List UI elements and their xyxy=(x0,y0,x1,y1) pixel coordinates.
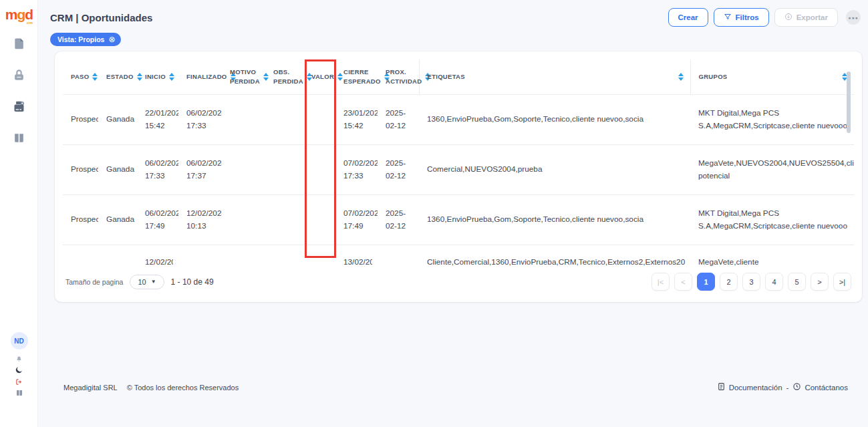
filtros-button-label: Filtros xyxy=(736,13,759,21)
column-label: CIERRE ESPERADO xyxy=(343,67,381,87)
cell-obs-perdida xyxy=(265,144,303,194)
cell-grupos: MegaVete,cliente xyxy=(690,245,854,266)
table-row[interactable]: 12/02/2024,13/02/2024,Cliente,Comercial,… xyxy=(63,245,854,266)
sort-arrows-icon[interactable] xyxy=(337,73,343,81)
docs-button[interactable] xyxy=(14,389,25,398)
last-page-button[interactable]: >| xyxy=(833,273,851,291)
notifications-button[interactable] xyxy=(14,355,25,364)
footer: Megadigital SRL © Todos los derechos Res… xyxy=(38,382,868,392)
lock-icon xyxy=(13,69,25,84)
cell-estado: Ganada xyxy=(98,94,137,144)
cell-inicio: 06/02/2024, 17:49 xyxy=(137,194,178,245)
cell-estado: Ganada xyxy=(98,194,137,245)
cell-paso: Prospecto xyxy=(63,194,98,245)
cell-obs-perdida xyxy=(265,245,303,266)
table-row[interactable]: ProspectoGanada06/02/2024, 17:3306/02/20… xyxy=(63,144,854,194)
column-header-obs-perdida[interactable]: OBS. PERDIDA xyxy=(265,59,303,94)
first-page-button[interactable]: |< xyxy=(652,273,670,291)
cell-prox-actividad: 2025-02-12 xyxy=(378,94,419,144)
sort-arrows-icon[interactable] xyxy=(678,73,684,81)
next-page-button[interactable]: > xyxy=(811,273,829,291)
exportar-button[interactable]: Exportar xyxy=(774,8,838,27)
page-button-1[interactable]: 1 xyxy=(697,273,715,291)
page-button-4[interactable]: 4 xyxy=(765,273,783,291)
user-avatar[interactable]: ND xyxy=(11,332,28,349)
row-range-label: 1 - 10 de 49 xyxy=(171,277,214,287)
page-button-5[interactable]: 5 xyxy=(788,273,806,291)
cell-etiquetas: Cliente,Comercial,1360,EnvioPrueba,CRM,T… xyxy=(419,245,690,266)
table-row[interactable]: ProspectoGanada22/01/2024, 15:4206/02/20… xyxy=(63,94,854,144)
page-size-label: Tamaño de pagina xyxy=(65,278,123,286)
filter-chip-label: Vista: Propios xyxy=(57,35,104,43)
bell-icon xyxy=(15,353,23,366)
table-header-row: PASOESTADOINICIOFINALIZADOMOTIVO PERDIDA… xyxy=(63,59,854,94)
sidebar-item-pos[interactable] xyxy=(12,100,27,115)
table-row[interactable]: ProspectoGanada06/02/2024, 17:4912/02/20… xyxy=(63,194,854,245)
column-header-grupos[interactable]: GRUPOS xyxy=(690,59,854,94)
documentation-link-label: Documentación xyxy=(729,384,782,392)
pager: |<<12345>>| xyxy=(652,273,851,291)
cell-valor xyxy=(303,245,335,266)
cell-valor xyxy=(303,94,335,144)
sort-arrows-icon[interactable] xyxy=(137,73,142,81)
column-header-etiquetas[interactable]: ETIQUETAS xyxy=(419,59,690,94)
crear-button-label: Crear xyxy=(678,13,698,21)
cell-grupos: MegaVete,NUEVOS2004,NUEVOS25504,cliente,… xyxy=(690,144,854,194)
column-label: ETIQUETAS xyxy=(428,72,465,82)
more-options-button[interactable]: ●●● xyxy=(846,10,861,25)
cell-motivo-perdida xyxy=(222,144,265,194)
sidebar-item-library[interactable] xyxy=(12,132,27,146)
book-icon xyxy=(15,388,23,400)
crear-button[interactable]: Crear xyxy=(668,8,708,27)
vertical-scrollbar[interactable] xyxy=(847,72,851,133)
contact-link[interactable]: Contáctanos xyxy=(792,382,848,392)
column-label: PROX. ACTIVIDAD xyxy=(386,67,422,87)
page-title: CRM | Oportunidades xyxy=(50,12,152,23)
cell-etiquetas: Comercial,NUEVOS2004,prueba xyxy=(419,144,690,194)
column-header-inicio[interactable]: INICIO xyxy=(137,59,178,94)
chip-close-icon[interactable]: ⊗ xyxy=(108,35,115,43)
column-header-motivo-perdida[interactable]: MOTIVO PERDIDA xyxy=(222,59,265,94)
previous-page-button[interactable]: < xyxy=(674,273,692,291)
pagination-bar: Tamaño de pagina 10 ▼ 1 - 10 de 49 |<<12… xyxy=(63,273,854,291)
page-button-3[interactable]: 3 xyxy=(742,273,760,291)
sort-arrows-icon[interactable] xyxy=(92,73,98,81)
cell-etiquetas: 1360,EnvioPrueba,Gom,Soporte,Tecnico,cli… xyxy=(419,194,690,245)
sort-arrows-icon[interactable] xyxy=(263,73,269,81)
footer-separator: - xyxy=(786,384,789,392)
column-header-finalizado[interactable]: FINALIZADO xyxy=(178,59,222,94)
cell-etiquetas: 1360,EnvioPrueba,Gom,Soporte,Tecnico,cli… xyxy=(419,94,690,144)
pos-terminal-icon xyxy=(12,100,26,116)
sort-arrows-icon[interactable] xyxy=(169,73,174,81)
cell-motivo-perdida xyxy=(222,94,265,144)
page-size-value: 10 xyxy=(138,278,146,286)
column-header-paso[interactable]: PASO xyxy=(63,59,98,94)
exportar-button-label: Exportar xyxy=(797,13,828,21)
cell-estado xyxy=(98,245,137,266)
clock-icon xyxy=(792,382,801,392)
sidebar-item-documents[interactable] xyxy=(12,37,27,52)
column-label: OBS. PERDIDA xyxy=(273,67,303,87)
footer-rights: © Todos los derechos Reservados xyxy=(127,384,239,392)
opportunities-table: PASOESTADOINICIOFINALIZADOMOTIVO PERDIDA… xyxy=(63,59,854,266)
sidebar-item-security[interactable] xyxy=(12,69,27,84)
moon-icon xyxy=(15,365,23,377)
documentation-link[interactable]: Documentación xyxy=(717,382,782,392)
column-label: MOTIVO PERDIDA xyxy=(230,67,260,87)
cell-motivo-perdida xyxy=(222,194,265,245)
logout-button[interactable] xyxy=(14,378,25,386)
page-button-2[interactable]: 2 xyxy=(720,273,738,291)
app-logo[interactable]: mgdcrm xyxy=(0,7,38,23)
cell-motivo-perdida xyxy=(222,245,265,266)
cell-cierre-esperado: 07/02/2024, 17:49 xyxy=(335,194,378,245)
filter-chip-vista-propios[interactable]: Vista: Propios ⊗ xyxy=(50,33,121,46)
cell-inicio: 12/02/2024, xyxy=(137,245,178,266)
filtros-button[interactable]: Filtros xyxy=(714,8,769,27)
column-label: PASO xyxy=(71,72,89,82)
cell-paso xyxy=(63,245,98,266)
chevron-down-icon: ▼ xyxy=(151,279,156,285)
column-header-estado[interactable]: ESTADO xyxy=(98,59,137,94)
page-size-select[interactable]: 10 ▼ xyxy=(130,275,164,289)
cell-cierre-esperado: 23/01/2024, 15:42 xyxy=(335,94,378,144)
dark-mode-toggle[interactable] xyxy=(14,366,25,375)
